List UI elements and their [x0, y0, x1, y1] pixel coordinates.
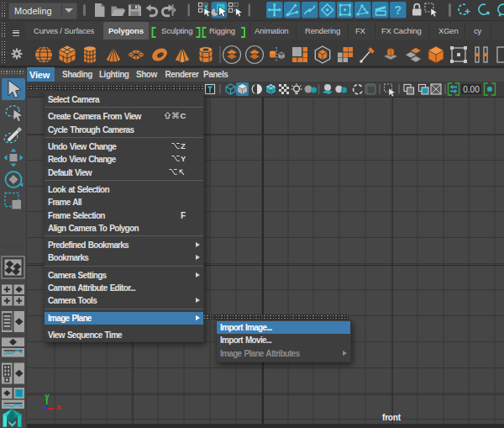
svg-text:z: z — [45, 403, 49, 411]
svg-text:?: ? — [394, 3, 402, 17]
svg-text:Z: Z — [181, 142, 186, 151]
svg-text:y: y — [45, 392, 50, 400]
svg-text:Y: Y — [181, 155, 186, 163]
svg-text:0.00: 0.00 — [463, 85, 480, 94]
svg-text:x: x — [57, 403, 61, 411]
svg-text:C: C — [180, 112, 186, 120]
